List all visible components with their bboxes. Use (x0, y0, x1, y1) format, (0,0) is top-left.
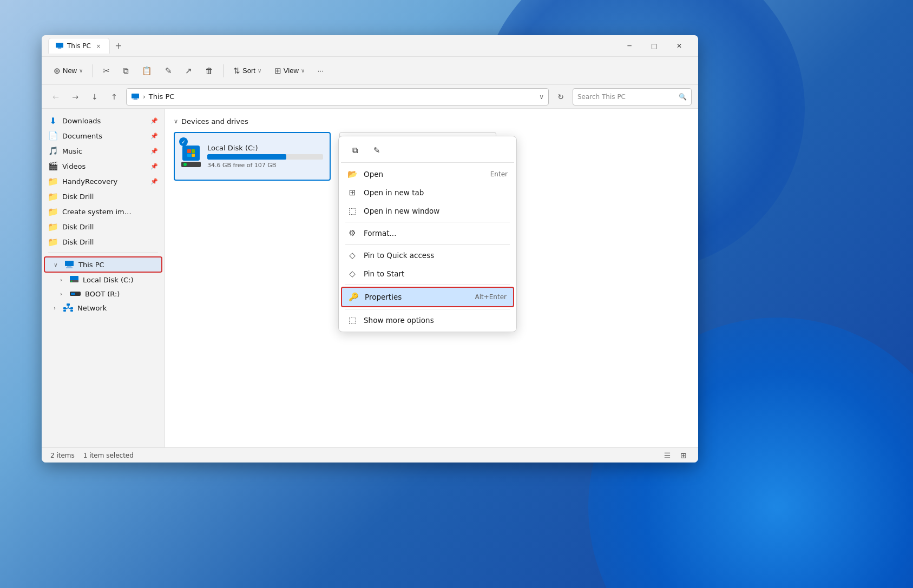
doc-icon: 📄 (48, 131, 58, 141)
address-field[interactable]: › This PC ∨ (126, 88, 549, 105)
sort-button[interactable]: ⇅ Sort ∨ (228, 63, 267, 79)
ctx-rename-btn[interactable]: ✎ (367, 142, 386, 159)
sidebar-item-downloads[interactable]: ⬇ Downloads 📌 (42, 113, 165, 128)
folder-icon-dd2: 📁 (48, 222, 58, 232)
pin-icon-handy: 📌 (150, 178, 158, 185)
svg-rect-7 (67, 266, 71, 267)
tab-close-button[interactable]: × (94, 42, 103, 50)
ctx-open-shortcut: Enter (490, 170, 508, 178)
grid-view-button[interactable]: ⊞ (678, 450, 689, 461)
ctx-open-tab[interactable]: ⊞ Open in new tab (341, 183, 514, 202)
ctx-pin-start-icon: ◇ (347, 269, 357, 279)
ctx-open-tab-icon: ⊞ (347, 188, 357, 197)
ctx-more-options-icon: ⬚ (347, 315, 357, 325)
context-toolbar: ⧉ ✎ (341, 138, 514, 163)
sidebar-item-network[interactable]: › Network (42, 301, 165, 315)
context-menu: ⧉ ✎ 📂 Open Enter ⊞ Open in new tab ⬚ (338, 136, 517, 332)
svg-rect-5 (133, 100, 138, 100)
section-label: Devices and drives (181, 117, 248, 125)
section-header-devices: ∨ Devices and drives (174, 117, 689, 125)
sidebar-item-handyrecovery[interactable]: 📁 HandyRecovery 📌 (42, 174, 165, 189)
ctx-pin-quick-icon: ◇ (347, 250, 357, 260)
list-view-button[interactable]: ☰ (661, 450, 673, 461)
back-button[interactable]: ← (48, 89, 63, 104)
svg-rect-13 (71, 293, 75, 295)
this-pc-expand-icon[interactable]: ∨ (51, 260, 60, 269)
boot-expand-icon[interactable]: › (57, 289, 65, 298)
network-icon (63, 303, 73, 312)
new-button[interactable]: ⊕ New ∨ (48, 63, 88, 79)
address-dropdown-btn[interactable]: ∨ (539, 93, 544, 101)
ctx-more-options[interactable]: ⬚ Show more options (341, 311, 514, 329)
up-button[interactable]: ↓ (87, 89, 102, 104)
ctx-separator-2 (345, 244, 510, 245)
ctx-copy-btn[interactable]: ⧉ (345, 142, 365, 159)
sidebar-item-videos[interactable]: 🎬 Videos 📌 (42, 158, 165, 174)
svg-rect-18 (70, 310, 73, 312)
sort-icon: ⇅ (233, 66, 240, 76)
svg-point-11 (71, 281, 73, 282)
sidebar-divider (48, 253, 158, 253)
ctx-open[interactable]: 📂 Open Enter (341, 165, 514, 183)
cut-button[interactable]: ✂ (97, 63, 115, 79)
maximize-button[interactable]: □ (642, 37, 667, 55)
view-button[interactable]: ⊞ View ∨ (269, 63, 310, 79)
pin-icon-videos: 📌 (150, 163, 158, 170)
drive-card-c[interactable]: ✓ Local Disk (C:) (174, 132, 331, 181)
local-disk-expand-icon[interactable]: › (57, 275, 65, 284)
share-icon: ↗ (185, 66, 192, 76)
network-expand-icon[interactable]: › (50, 303, 59, 312)
view-icon: ⊞ (274, 66, 281, 76)
rename-button[interactable]: ✎ (160, 63, 178, 79)
close-button[interactable]: ✕ (667, 37, 692, 55)
copy-button[interactable]: ⧉ (117, 63, 134, 79)
sidebar-item-diskdrill2[interactable]: 📁 Disk Drill (42, 219, 165, 234)
ctx-open-window-label: Open in new window (364, 207, 439, 215)
sidebar-item-documents[interactable]: 📄 Documents 📌 (42, 128, 165, 143)
cut-icon: ✂ (103, 66, 110, 76)
svg-rect-3 (132, 94, 139, 98)
sidebar-item-this-pc[interactable]: ∨ This PC (44, 256, 162, 273)
refresh-button[interactable]: ↻ (553, 89, 568, 104)
paste-icon: 📋 (142, 66, 152, 76)
folder-icon-csi: 📁 (48, 207, 58, 216)
sidebar-item-createsysimage[interactable]: 📁 Create system image (42, 204, 165, 219)
ctx-properties[interactable]: 🔑 Properties Alt+Enter (341, 287, 514, 307)
explorer-tab[interactable]: This PC × (48, 38, 110, 54)
pin-icon-downloads: 📌 (150, 117, 158, 124)
address-location: This PC (149, 93, 175, 101)
new-tab-button[interactable]: + (111, 38, 126, 54)
more-button[interactable]: ··· (312, 63, 329, 78)
window-controls: ─ □ ✕ (617, 37, 692, 55)
ctx-open-window[interactable]: ⬚ Open in new window (341, 202, 514, 220)
paste-button[interactable]: 📋 (136, 63, 157, 79)
ctx-separator-1 (345, 222, 510, 222)
ctx-pin-quick[interactable]: ◇ Pin to Quick access (341, 246, 514, 265)
search-placeholder: Search This PC (577, 93, 626, 101)
delete-button[interactable]: 🗑 (200, 63, 219, 78)
pin-icon-music: 📌 (150, 148, 158, 155)
svg-rect-0 (56, 43, 63, 48)
pin-icon-documents: 📌 (150, 133, 158, 140)
folder-icon-dd1: 📁 (48, 191, 58, 201)
parent-button[interactable]: ↑ (107, 89, 122, 104)
copy-icon: ⧉ (123, 66, 129, 76)
folder-icon-handy: 📁 (48, 176, 58, 186)
sidebar-item-boot[interactable]: › BOOT (R:) (42, 287, 165, 301)
ctx-pin-start[interactable]: ◇ Pin to Start (341, 265, 514, 283)
drive-free-c: 34.6 GB free of 107 GB (207, 162, 323, 169)
rename-icon: ✎ (165, 66, 172, 76)
minimize-button[interactable]: ─ (617, 37, 642, 55)
sidebar-item-music[interactable]: 🎵 Music 📌 (42, 143, 165, 158)
search-field[interactable]: Search This PC 🔍 (573, 88, 692, 105)
toolbar-separator-1 (93, 64, 93, 77)
forward-button[interactable]: → (68, 89, 83, 104)
ctx-format[interactable]: ⚙ Format... (341, 224, 514, 242)
ctx-open-window-icon: ⬚ (347, 206, 357, 216)
sidebar-item-local-disk[interactable]: › Local Disk (C:) (42, 273, 165, 287)
sidebar-item-diskdrill1[interactable]: 📁 Disk Drill (42, 189, 165, 204)
share-button[interactable]: ↗ (180, 63, 198, 79)
sidebar-item-diskdrill3[interactable]: 📁 Disk Drill (42, 234, 165, 249)
ctx-properties-label: Properties (365, 293, 402, 301)
drive-bar-fill-c (207, 154, 286, 160)
